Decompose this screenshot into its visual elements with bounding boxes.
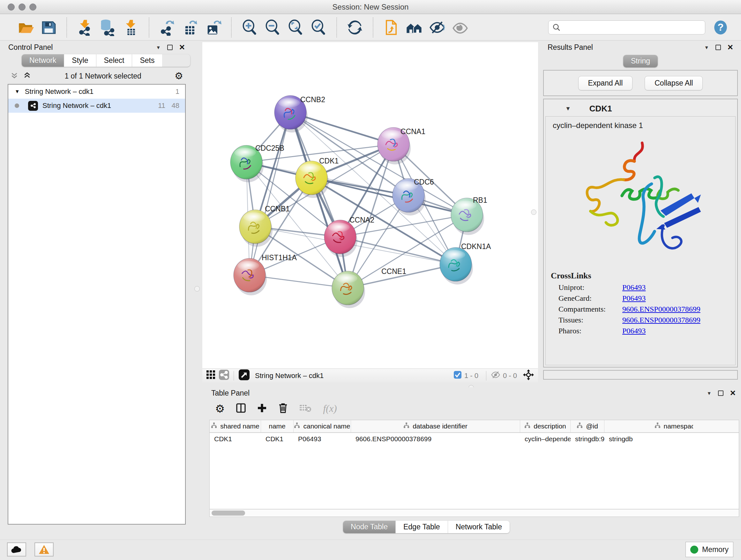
add-column-icon[interactable] <box>257 403 267 414</box>
open-view-icon[interactable] <box>239 369 250 382</box>
import-table-file-icon[interactable] <box>122 18 140 37</box>
tab-sets[interactable]: Sets <box>132 54 162 67</box>
export-table-icon[interactable] <box>181 18 199 37</box>
panel-close-icon[interactable]: ✕ <box>730 390 736 396</box>
open-file-icon[interactable] <box>17 18 35 37</box>
column-header--id[interactable]: @id <box>570 420 604 432</box>
edge-CCNA2-CDKN1A[interactable] <box>340 237 456 264</box>
tab-network[interactable]: Network <box>22 54 64 67</box>
column-header-namespace[interactable]: namespace <box>604 420 739 432</box>
tab-string[interactable]: String <box>623 55 658 67</box>
cloud-status-button[interactable] <box>7 543 26 557</box>
tab-node-table[interactable]: Node Table <box>343 521 396 533</box>
cell[interactable]: stringdb:9... <box>570 433 604 446</box>
crosslink-link[interactable]: 9606.ENSP00000378699 <box>622 305 700 314</box>
title-bar: Session: New Session <box>0 0 741 14</box>
birdseye-grid-icon[interactable] <box>206 370 216 381</box>
crosslink-label: GeneCard: <box>558 294 622 303</box>
window-zoom-button[interactable] <box>29 3 37 10</box>
refresh-view-icon[interactable] <box>346 18 364 37</box>
show-all-eye-icon[interactable] <box>451 18 469 37</box>
cytoscape-window: { "window": { "title": "Session: New Ses… <box>0 0 741 560</box>
crosslink-link[interactable]: P06493 <box>622 294 646 303</box>
column-header-shared-name[interactable]: shared name <box>210 420 261 432</box>
tab-style[interactable]: Style <box>64 54 96 67</box>
gene-expander-icon[interactable]: ▼ <box>565 105 571 112</box>
show-columns-icon[interactable] <box>236 403 246 414</box>
panel-collapse-icon[interactable]: ▼ <box>156 45 161 50</box>
tab-edge-table[interactable]: Edge Table <box>396 521 448 533</box>
network-options-gear-icon[interactable]: ⚙ <box>175 71 183 81</box>
string-network-graph[interactable]: CCNB2CCNA1CDC25BCDK1CDC6RB1CCNB1CCNA2CDK… <box>202 42 538 368</box>
tab-select[interactable]: Select <box>96 54 132 67</box>
search-input[interactable] <box>564 23 701 32</box>
network-canvas[interactable]: CCNB2CCNA1CDC25BCDK1CDC6RB1CCNB1CCNA2CDK… <box>202 42 538 368</box>
panel-float-icon[interactable] <box>716 45 721 50</box>
pan-crosshair-icon[interactable] <box>523 369 534 382</box>
memory-button[interactable]: Memory <box>685 542 733 557</box>
cell[interactable]: P06493 <box>293 433 351 446</box>
collapse-all-button[interactable]: Collapse All <box>645 76 703 90</box>
left-divider-handle[interactable] <box>194 286 200 292</box>
export-network-icon[interactable] <box>158 18 176 37</box>
import-network-file-icon[interactable] <box>76 18 94 37</box>
zoom-in-icon[interactable] <box>241 18 259 37</box>
crosslink-link[interactable]: P06493 <box>622 327 646 335</box>
selected-nodes-checkbox-icon[interactable] <box>454 371 462 381</box>
window-minimize-button[interactable] <box>18 3 25 10</box>
scrollbar-thumb[interactable] <box>212 510 245 516</box>
window-close-button[interactable] <box>8 3 15 10</box>
cell[interactable]: CDK1 <box>210 433 261 446</box>
crosslinks-list: Uniprot:P06493GeneCard:P06493Compartment… <box>550 283 731 335</box>
column-header-database-identifier[interactable]: database identifier <box>351 420 520 432</box>
panel-close-icon[interactable]: ✕ <box>727 45 733 50</box>
cell[interactable]: CDK1 <box>261 433 293 446</box>
crosslink-link[interactable]: P06493 <box>622 283 646 292</box>
search-icon <box>552 23 561 32</box>
hide-selected-eye-slash-icon[interactable] <box>428 18 446 37</box>
expand-all-button[interactable]: Expand All <box>578 76 633 90</box>
application-statusbar: Memory <box>0 540 741 560</box>
panel-float-icon[interactable] <box>718 390 724 396</box>
network-row-selected[interactable]: String Network – cdk1 11 48 <box>8 99 185 113</box>
cell[interactable]: 9606.ENSP00000378699 <box>351 433 520 446</box>
memory-status-dot <box>690 546 698 554</box>
first-neighbors-icon[interactable] <box>405 18 423 37</box>
column-header-canonical-name[interactable]: canonical name <box>293 420 351 432</box>
table-options-gear-icon[interactable]: ⚙ <box>215 404 225 414</box>
panel-collapse-icon[interactable]: ▼ <box>704 45 709 50</box>
expand-all-networks-icon[interactable] <box>23 71 31 81</box>
node-label-CDC6: CDC6 <box>414 178 434 186</box>
zoom-fit-icon[interactable] <box>286 18 305 37</box>
hidden-eye-slash-icon[interactable] <box>491 370 500 381</box>
edge-CCNB2-HIST1H1A[interactable] <box>250 112 290 275</box>
panel-float-icon[interactable] <box>167 45 173 50</box>
warning-button[interactable] <box>35 543 54 557</box>
network-node-count: 11 <box>151 102 165 110</box>
import-network-database-icon[interactable] <box>99 18 117 37</box>
zoom-selected-icon[interactable] <box>310 18 327 37</box>
export-image-icon[interactable] <box>204 18 222 37</box>
network-collection-row[interactable]: ▼ String Network – cdk1 1 <box>8 84 185 99</box>
panel-collapse-icon[interactable]: ▼ <box>707 390 712 396</box>
collection-expander-icon[interactable]: ▼ <box>15 89 20 95</box>
network-share-icon[interactable] <box>219 370 229 382</box>
zoom-out-icon[interactable] <box>264 18 281 37</box>
column-header-name[interactable]: name <box>261 420 293 432</box>
save-session-icon[interactable] <box>40 18 57 37</box>
panel-close-icon[interactable]: ✕ <box>179 45 185 50</box>
help-icon[interactable]: ? <box>712 18 730 37</box>
table-horizontal-scrollbar[interactable] <box>209 509 739 517</box>
table-row[interactable]: CDK1CDK1P064939606.ENSP00000378699cyclin… <box>210 433 739 446</box>
right-divider-handle[interactable] <box>531 209 536 215</box>
cell[interactable]: stringdb <box>604 433 739 446</box>
delete-column-trash-icon[interactable] <box>278 403 288 415</box>
tab-network-table[interactable]: Network Table <box>448 521 510 533</box>
crosslink-link[interactable]: 9606.ENSP00000378699 <box>622 316 700 324</box>
open-document-icon[interactable] <box>382 18 400 37</box>
cell[interactable]: cyclin–dependent ... <box>520 433 570 446</box>
column-header-description[interactable]: description <box>520 420 570 432</box>
column-label: shared name <box>220 422 259 430</box>
collapse-all-networks-icon[interactable] <box>10 71 18 81</box>
global-search[interactable] <box>548 20 705 35</box>
